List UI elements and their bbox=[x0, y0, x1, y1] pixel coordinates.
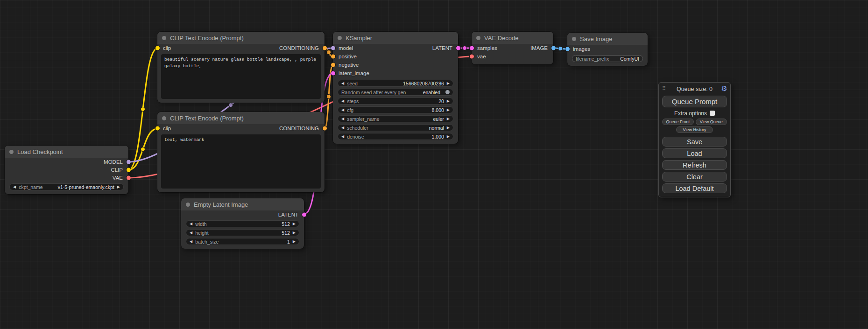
widget-value: normal bbox=[429, 125, 444, 131]
decrement-arrow-icon[interactable]: ◀ bbox=[341, 82, 344, 85]
height-widget[interactable]: ◀ height 512 ▶ bbox=[186, 229, 299, 236]
collapse-toggle-icon[interactable] bbox=[162, 36, 166, 40]
latent-image-input-port[interactable] bbox=[331, 71, 335, 76]
node-empty-latent-image[interactable]: Empty Latent Image LATENT ◀ width 512 ▶ … bbox=[181, 198, 304, 249]
node-title-bar[interactable]: VAE Decode bbox=[472, 32, 553, 44]
collapse-toggle-icon[interactable] bbox=[9, 150, 14, 154]
clip-input-port[interactable] bbox=[155, 46, 160, 50]
node-title-bar[interactable]: Empty Latent Image bbox=[181, 198, 304, 210]
widget-value: 20 bbox=[438, 98, 444, 104]
widget-name: batch_size bbox=[195, 239, 219, 245]
image-output-port[interactable] bbox=[551, 46, 556, 50]
decrement-arrow-icon[interactable]: ◀ bbox=[190, 222, 192, 226]
latent-output-port[interactable] bbox=[456, 46, 460, 50]
node-title: VAE Decode bbox=[484, 35, 518, 42]
negative-input-port[interactable] bbox=[331, 63, 335, 67]
widget-value: v1-5-pruned-emaonly.ckpt bbox=[58, 184, 114, 190]
scheduler-widget[interactable]: ◀ scheduler normal ▶ bbox=[338, 124, 453, 131]
node-title-bar[interactable]: CLIP Text Encode (Prompt) bbox=[157, 112, 325, 124]
output-label: VAE bbox=[113, 175, 123, 181]
increment-arrow-icon[interactable]: ▶ bbox=[117, 185, 120, 189]
model-input-port[interactable] bbox=[331, 46, 335, 50]
queue-size-label: Queue size: 0 bbox=[677, 86, 713, 92]
clip-link-wire bbox=[128, 129, 157, 170]
toggle-knob-icon[interactable] bbox=[445, 90, 450, 94]
prompt-textarea[interactable]: text, watermark bbox=[161, 134, 321, 189]
node-load-checkpoint[interactable]: Load Checkpoint MODEL CLIP VAE ◀ ckpt_na… bbox=[5, 146, 128, 194]
queue-prompt-button[interactable]: Queue Prompt bbox=[662, 96, 727, 107]
decrement-arrow-icon[interactable]: ◀ bbox=[13, 185, 16, 189]
prompt-textarea[interactable]: beautiful scenery nature glass bottle la… bbox=[161, 54, 321, 99]
collapse-toggle-icon[interactable] bbox=[476, 36, 480, 40]
filename-prefix-widget[interactable]: filename_prefix ComfyUI bbox=[572, 55, 643, 62]
sampler-name-widget[interactable]: ◀ sampler_name euler ▶ bbox=[338, 115, 453, 122]
model-output-port[interactable] bbox=[127, 160, 131, 164]
widget-name: Random seed after every gen bbox=[341, 90, 406, 95]
input-label: negative bbox=[339, 62, 359, 68]
seed-widget[interactable]: ◀ seed 156680208700286 ▶ bbox=[338, 80, 453, 87]
collapse-toggle-icon[interactable] bbox=[572, 37, 576, 41]
refresh-button[interactable]: Refresh bbox=[662, 160, 727, 170]
clip-input-port[interactable] bbox=[155, 126, 160, 131]
vae-input-port[interactable] bbox=[470, 55, 474, 59]
widget-name: ckpt_name bbox=[19, 184, 42, 190]
increment-arrow-icon[interactable]: ▶ bbox=[447, 126, 450, 130]
increment-arrow-icon[interactable]: ▶ bbox=[293, 231, 296, 235]
increment-arrow-icon[interactable]: ▶ bbox=[293, 240, 296, 244]
output-label: IMAGE bbox=[530, 45, 548, 51]
node-save-image[interactable]: Save Image images filename_prefix ComfyU… bbox=[567, 33, 648, 66]
node-title-bar[interactable]: Load Checkpoint bbox=[5, 146, 128, 158]
node-title-bar[interactable]: CLIP Text Encode (Prompt) bbox=[157, 32, 325, 44]
decrement-arrow-icon[interactable]: ◀ bbox=[190, 231, 192, 235]
denoise-widget[interactable]: ◀ denoise 1.000 ▶ bbox=[338, 133, 453, 140]
decrement-arrow-icon[interactable]: ◀ bbox=[341, 135, 344, 139]
decrement-arrow-icon[interactable]: ◀ bbox=[190, 240, 192, 244]
view-queue-button[interactable]: View Queue bbox=[696, 119, 727, 125]
images-input-port[interactable] bbox=[565, 47, 570, 51]
extra-options-checkbox[interactable] bbox=[710, 111, 715, 116]
decrement-arrow-icon[interactable]: ◀ bbox=[341, 126, 344, 130]
increment-arrow-icon[interactable]: ▶ bbox=[447, 82, 450, 85]
increment-arrow-icon[interactable]: ▶ bbox=[447, 117, 450, 121]
node-clip-text-encode-negative[interactable]: CLIP Text Encode (Prompt) clip CONDITION… bbox=[157, 112, 325, 192]
latent-output-port[interactable] bbox=[302, 212, 306, 217]
increment-arrow-icon[interactable]: ▶ bbox=[293, 222, 296, 226]
load-default-button[interactable]: Load Default bbox=[662, 183, 727, 193]
increment-arrow-icon[interactable]: ▶ bbox=[447, 99, 450, 103]
queue-front-button[interactable]: Queue Front bbox=[662, 119, 694, 125]
collapse-toggle-icon[interactable] bbox=[338, 36, 342, 40]
graph-canvas[interactable]: Load Checkpoint MODEL CLIP VAE ◀ ckpt_na… bbox=[0, 0, 868, 329]
decrement-arrow-icon[interactable]: ◀ bbox=[341, 108, 344, 112]
conditioning-output-port[interactable] bbox=[323, 126, 327, 131]
conditioning-output-port[interactable] bbox=[323, 46, 327, 50]
node-vae-decode[interactable]: VAE Decode samples IMAGE vae bbox=[472, 32, 553, 64]
node-clip-text-encode-positive[interactable]: CLIP Text Encode (Prompt) clip CONDITION… bbox=[157, 32, 325, 103]
collapse-toggle-icon[interactable] bbox=[162, 116, 166, 120]
width-widget[interactable]: ◀ width 512 ▶ bbox=[186, 220, 299, 227]
view-history-button[interactable]: View History bbox=[676, 126, 713, 133]
clip-output-port[interactable] bbox=[127, 168, 131, 172]
save-button[interactable]: Save bbox=[662, 137, 727, 147]
ckpt-name-widget[interactable]: ◀ ckpt_name v1-5-pruned-emaonly.ckpt ▶ bbox=[9, 183, 124, 190]
decrement-arrow-icon[interactable]: ◀ bbox=[341, 99, 344, 103]
decrement-arrow-icon[interactable]: ◀ bbox=[341, 117, 344, 121]
batch-size-widget[interactable]: ◀ batch_size 1 ▶ bbox=[186, 238, 299, 245]
increment-arrow-icon[interactable]: ▶ bbox=[447, 108, 450, 112]
cfg-widget[interactable]: ◀ cfg 8.000 ▶ bbox=[338, 106, 453, 113]
settings-gear-icon[interactable]: ⚙ bbox=[721, 84, 727, 93]
node-title-bar[interactable]: Save Image bbox=[567, 33, 648, 45]
positive-input-port[interactable] bbox=[331, 55, 335, 59]
steps-widget[interactable]: ◀ steps 20 ▶ bbox=[338, 98, 453, 105]
samples-input-port[interactable] bbox=[470, 46, 474, 50]
increment-arrow-icon[interactable]: ▶ bbox=[447, 135, 450, 139]
random-seed-toggle-widget[interactable]: Random seed after every gen enabled bbox=[338, 89, 453, 96]
widget-name: seed bbox=[347, 81, 358, 86]
load-button[interactable]: Load bbox=[662, 148, 727, 158]
vae-output-port[interactable] bbox=[127, 175, 131, 180]
collapse-toggle-icon[interactable] bbox=[186, 203, 190, 207]
node-title-bar[interactable]: KSampler bbox=[333, 32, 458, 44]
node-title: CLIP Text Encode (Prompt) bbox=[170, 35, 244, 42]
clear-button[interactable]: Clear bbox=[662, 172, 727, 182]
node-ksampler[interactable]: KSampler model LATENT positive negative … bbox=[333, 32, 458, 144]
drag-handle-icon[interactable]: ⠿ bbox=[662, 85, 666, 91]
